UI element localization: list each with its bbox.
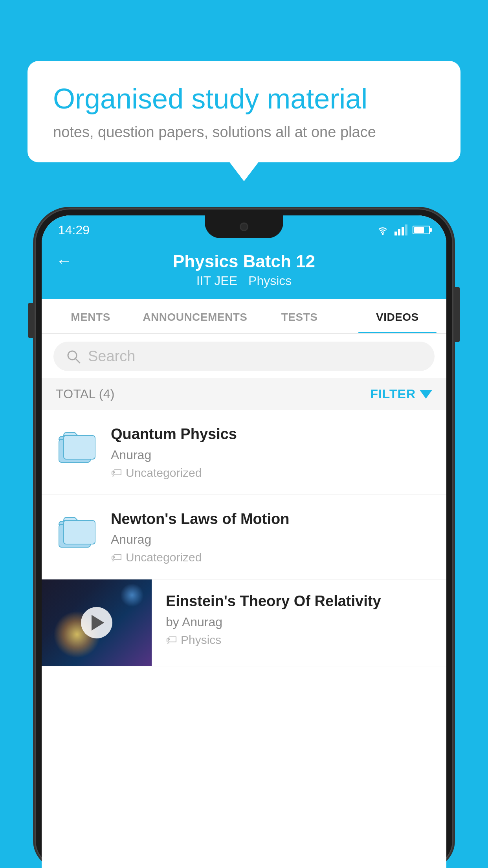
video-info: Einstein's Theory Of Relativity by Anura…	[152, 579, 446, 659]
search-placeholder: Search	[88, 348, 135, 365]
tab-tests[interactable]: TESTS	[251, 299, 349, 333]
phone-screen: 14:29	[42, 215, 446, 868]
folder-icon	[58, 513, 96, 549]
tag-label: Uncategorized	[126, 466, 202, 480]
video-info: Newton's Laws of Motion Anurag 🏷 Uncateg…	[111, 510, 432, 565]
status-time: 14:29	[58, 223, 90, 237]
phone-mockup: 14:29	[35, 208, 453, 868]
play-button[interactable]	[81, 607, 112, 638]
front-camera	[240, 223, 248, 231]
header-title: Physics Batch 12	[173, 252, 315, 271]
video-tag: 🏷 Uncategorized	[111, 551, 432, 564]
video-author: by Anurag	[166, 615, 432, 629]
folder-thumbnail	[56, 425, 98, 467]
video-title: Einstein's Theory Of Relativity	[166, 592, 432, 611]
tab-documents[interactable]: MENTS	[42, 299, 139, 333]
svg-rect-8	[64, 436, 95, 459]
header-tags: IIT JEE Physics	[196, 274, 292, 288]
thumbnail-glow2	[120, 583, 144, 607]
folder-icon	[58, 428, 96, 464]
svg-rect-3	[402, 227, 404, 235]
filter-row: TOTAL (4) FILTER	[42, 378, 446, 410]
svg-rect-4	[405, 224, 407, 235]
video-thumbnail	[42, 579, 152, 666]
tag-icon: 🏷	[111, 551, 122, 564]
list-item[interactable]: Newton's Laws of Motion Anurag 🏷 Uncateg…	[42, 495, 446, 580]
video-info: Quantum Physics Anurag 🏷 Uncategorized	[111, 425, 432, 480]
tag-label: Physics	[181, 633, 221, 647]
tag-icon: 🏷	[166, 633, 177, 646]
filter-icon	[420, 390, 432, 399]
list-item[interactable]: Quantum Physics Anurag 🏷 Uncategorized	[42, 410, 446, 495]
header-tag-iitjee: IIT JEE	[196, 274, 237, 288]
speech-bubble: Organised study material notes, question…	[28, 61, 460, 162]
app-header: ← Physics Batch 12 IIT JEE Physics	[42, 243, 446, 299]
search-box[interactable]: Search	[53, 342, 435, 371]
list-item[interactable]: Einstein's Theory Of Relativity by Anura…	[42, 579, 446, 666]
video-author: Anurag	[111, 532, 432, 547]
video-tag: 🏷 Physics	[166, 633, 432, 647]
svg-rect-1	[394, 232, 397, 235]
signal-icon	[394, 224, 408, 235]
wifi-icon	[376, 224, 390, 235]
filter-label: FILTER	[370, 387, 416, 401]
video-tag: 🏷 Uncategorized	[111, 466, 432, 480]
filter-button[interactable]: FILTER	[370, 387, 432, 401]
svg-rect-10	[64, 520, 95, 544]
search-container: Search	[42, 334, 446, 378]
svg-point-0	[382, 233, 384, 235]
video-title: Newton's Laws of Motion	[111, 510, 432, 529]
video-list: Quantum Physics Anurag 🏷 Uncategorized	[42, 410, 446, 666]
status-icons	[376, 224, 430, 235]
svg-rect-2	[398, 229, 400, 235]
folder-thumbnail	[56, 510, 98, 552]
battery-icon	[413, 226, 430, 234]
back-button[interactable]: ←	[56, 252, 72, 270]
tag-icon: 🏷	[111, 466, 122, 479]
video-title: Quantum Physics	[111, 425, 432, 444]
tab-videos[interactable]: VIDEOS	[349, 299, 446, 333]
play-icon	[92, 615, 104, 631]
total-count: TOTAL (4)	[56, 387, 115, 401]
phone-outer: 14:29	[35, 208, 453, 868]
svg-line-6	[75, 359, 80, 363]
tabs-bar: MENTS ANNOUNCEMENTS TESTS VIDEOS	[42, 299, 446, 334]
bubble-title: Organised study material	[53, 83, 435, 115]
phone-notch	[205, 215, 283, 238]
tag-label: Uncategorized	[126, 551, 202, 564]
speech-bubble-container: Organised study material notes, question…	[28, 61, 460, 162]
search-icon	[66, 349, 81, 364]
bubble-subtitle: notes, question papers, solutions all at…	[53, 124, 435, 141]
tab-announcements[interactable]: ANNOUNCEMENTS	[139, 299, 250, 333]
header-tag-physics: Physics	[248, 274, 292, 288]
video-author: Anurag	[111, 448, 432, 462]
